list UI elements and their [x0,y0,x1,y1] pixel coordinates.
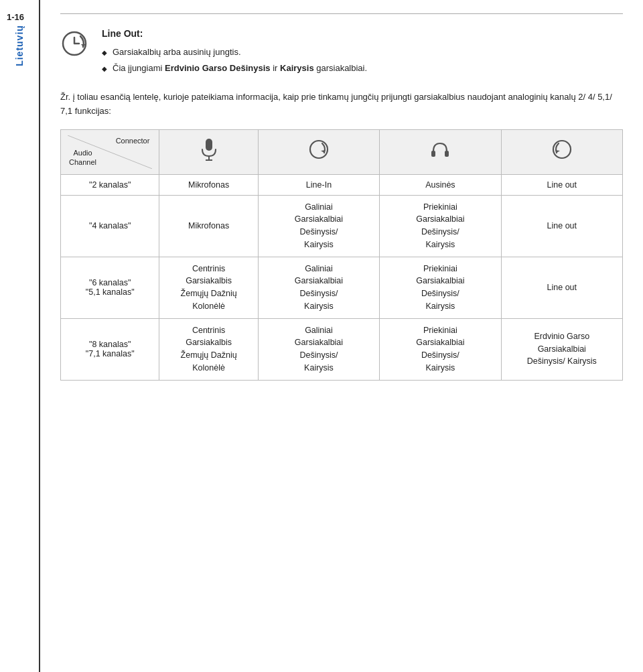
line-out-text-block: Line Out: ◆ Garsiakalbių arba ausinių ju… [102,26,367,77]
bullet-item-2: ◆ Čia įjungiami Erdvinio Garso Dešinysis… [102,61,367,76]
bullet-diamond-1: ◆ [102,47,107,58]
table-header-row: Connector Audio Channel [61,129,623,174]
corner-cell: Connector Audio Channel [61,129,159,174]
cell-2k-lineout: Line out [501,174,622,195]
row-label-8k: "8 kanalas""7,1 kanalas" [61,318,159,380]
row-label-6k: "6 kanalas""5,1 kanalas" [61,257,159,318]
audio-channel-table: Connector Audio Channel [60,129,623,381]
svg-rect-9 [445,151,449,157]
description-span: Žr. į toliau esančią lentelę, kurioje pa… [60,92,612,116]
col-lineout-header [501,129,622,174]
description-text: Žr. į toliau esančią lentelę, kurioje pa… [60,90,623,119]
table-row: "6 kanalas""5,1 kanalas" CentrinisGarsia… [61,257,623,318]
svg-rect-3 [206,139,212,151]
cell-6k-headphone: PriekiniaiGarsiakalbiaiDešinysis/Kairysi… [380,257,501,318]
table-row: "2 kanalas" Mikrofonas Line-In Ausinės L… [61,174,623,195]
bullet-text-1: Garsiakalbių arba ausinių jungtis. [113,45,241,60]
row-label-2k: "2 kanalas" [61,174,159,195]
corner-connector-label: Connector [116,137,150,145]
line-out-title: Line Out: [102,26,367,42]
table-row: "4 kanalas" Mikrofonas GaliniaiGarsiakal… [61,195,623,257]
left-margin: 1-16 Lietuvių [0,0,40,672]
page-number: 1-16 [7,12,24,22]
bullet-item-1: ◆ Garsiakalbių arba ausinių jungtis. [102,45,367,60]
bullet-text-2: Čia įjungiami Erdvinio Garso Dešinysis i… [113,61,367,76]
top-divider [60,13,623,14]
cell-2k-headphone: Ausinės [380,174,501,195]
svg-rect-8 [431,151,435,157]
cell-4k-linein: GaliniaiGarsiakalbiaiDešinysis/Kairysis [258,195,379,257]
cell-2k-mic: Mikrofonas [159,174,258,195]
col-headphone-header [380,129,501,174]
col-mic-header [159,129,258,174]
line-out-icon [60,29,88,64]
cell-6k-linein: GaliniaiGarsiakalbiaiDešinysis/Kairysis [258,257,379,318]
table-row: "8 kanalas""7,1 kanalas" CentrinisGarsia… [61,318,623,380]
col-linein-header [258,129,379,174]
cell-2k-linein: Line-In [258,174,379,195]
cell-4k-lineout: Line out [501,195,622,257]
cell-4k-mic: Mikrofonas [159,195,258,257]
line-out-section: Line Out: ◆ Garsiakalbių arba ausinių ju… [60,26,623,77]
cell-8k-mic: CentrinisGarsiakalbisŽemųjų DažniųKolonė… [159,318,258,380]
row-label-4k: "4 kanalas" [61,195,159,257]
cell-6k-lineout: Line out [501,257,622,318]
cell-8k-lineout: Erdvinio GarsoGarsiakalbiaiDešinysis/ Ka… [501,318,622,380]
content-area: Line Out: ◆ Garsiakalbių arba ausinių ju… [40,0,643,672]
cell-8k-headphone: PriekiniaiGarsiakalbiaiDešinysis/Kairysi… [380,318,501,380]
cell-6k-mic: CentrinisGarsiakalbisŽemųjų DažniųKolonė… [159,257,258,318]
sidebar-language-label: Lietuvių [14,25,25,66]
corner-audio-label: Audio Channel [69,148,96,167]
cell-4k-headphone: PriekiniaiGarsiakalbiaiDešinysis/Kairysi… [380,195,501,257]
cell-8k-linein: GaliniaiGarsiakalbiaiDešinysis/Kairysis [258,318,379,380]
bullet-diamond-2: ◆ [102,63,107,74]
